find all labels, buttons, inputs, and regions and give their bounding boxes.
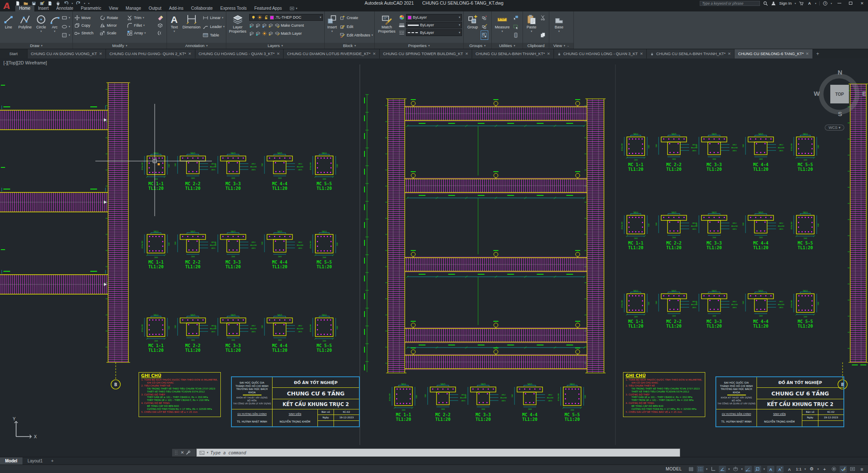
line-button[interactable]: Line [1, 13, 16, 30]
hatch-tool-button[interactable]: ▾ [61, 31, 70, 39]
close-tab-icon[interactable]: ✕ [373, 52, 376, 56]
new-drawing-tab-button[interactable]: + [813, 49, 823, 58]
layer-merge-icon[interactable] [256, 31, 261, 36]
status-dropdown-caret[interactable]: ▾ [817, 467, 819, 471]
help-icon[interactable]: ? [823, 1, 828, 6]
file-tab-chung-cu-senla-binh-thanh-kt[interactable]: CHUNG CU SENLA-BINH THANH_KT*✕ [472, 49, 554, 58]
layer-thaw-all-icon[interactable] [262, 31, 267, 36]
group-edit-button[interactable] [481, 23, 487, 31]
layout1-tab[interactable]: Layout1 [22, 457, 48, 465]
circle-button[interactable]: Circle▾ [34, 13, 48, 33]
sign-in-caret[interactable]: ▾ [795, 2, 796, 5]
layer-freeze-icon[interactable] [262, 23, 267, 28]
copy-button[interactable]: Copy [74, 22, 99, 29]
undo-caret[interactable]: ▾ [72, 2, 73, 5]
panel-title-annotation[interactable]: Annotation▾ [167, 43, 226, 49]
file-tab-start[interactable]: Start [0, 49, 28, 58]
ribbon-tab-image-menu[interactable]: ▾ [286, 6, 301, 11]
polyline-button[interactable]: Polyline [17, 13, 33, 30]
quick-calculator-button[interactable] [513, 31, 519, 39]
arc-button[interactable]: Arc▾ [49, 13, 60, 33]
mirror-button[interactable]: Mirror [100, 22, 126, 29]
search-icon[interactable] [763, 1, 768, 6]
model-tab[interactable]: Model [0, 457, 22, 465]
viewcube-top-face[interactable]: TOP [830, 85, 849, 103]
qat-customize-caret[interactable]: ▾ [88, 2, 89, 5]
status-isometric-drafting-toggle[interactable] [732, 466, 739, 473]
status-customization-plus[interactable]: + [821, 466, 828, 473]
edit-attributes-button[interactable]: Edit Attributes▾ [339, 31, 373, 39]
ribbon-tab-featured-apps[interactable]: Featured Apps [250, 6, 286, 11]
panel-title-groups[interactable]: Groups▾ [464, 43, 491, 49]
redo-caret[interactable]: ▾ [84, 2, 85, 5]
viewcube-east[interactable]: E [862, 90, 866, 97]
file-tab-chung-cu-spring-tower-building-kt[interactable]: CHUNG CU SPRING TOWER BUILDING_KT✕ [380, 49, 472, 58]
drawing-area[interactable]: [-][Top][2D Wireframe] 5Ø22Ø10a100650300… [0, 58, 868, 457]
base-button[interactable]: Base▾ [551, 13, 568, 33]
select-window-button[interactable] [513, 23, 519, 31]
plot-button[interactable] [56, 1, 61, 6]
viewcube[interactable]: N W E S TOP WCS ▾ [812, 63, 868, 136]
insert-button[interactable]: Insert▾ [326, 13, 338, 33]
edit-block-button[interactable]: Edit [339, 23, 373, 31]
file-tab-chung-cu-diamon-lotus-riverside-kt[interactable]: CHUNG CU DIAMON LOTUS RIVERSIDE_KT*✕ [284, 49, 379, 58]
ribbon-tab-add-ins[interactable]: Add-ins [165, 6, 187, 11]
cut-button[interactable] [540, 14, 546, 22]
create-block-button[interactable]: Create [339, 14, 373, 22]
redo-button[interactable] [76, 1, 81, 6]
layer-off-icon[interactable] [249, 31, 254, 36]
close-tab-icon[interactable]: ✕ [806, 52, 809, 56]
close-tab-icon[interactable]: ✕ [547, 52, 551, 56]
erase-button[interactable] [157, 14, 164, 22]
layer-isolate-icon[interactable] [249, 23, 254, 28]
close-tab-icon[interactable]: ✕ [640, 52, 643, 56]
paste-button[interactable]: Paste▾ [524, 13, 539, 33]
close-tab-icon[interactable]: ✕ [465, 52, 468, 56]
status-dropdown-caret[interactable]: ▾ [804, 467, 806, 471]
viewcube-wcs-menu[interactable]: WCS ▾ [825, 125, 844, 131]
status-clean-screen[interactable] [849, 466, 856, 473]
panel-title-properties[interactable]: Properties▾ [375, 43, 463, 49]
make-current-button[interactable]: Make Current [281, 23, 304, 28]
rectangle-tool-button[interactable]: ▾ [61, 14, 70, 22]
status-dropdown-caret[interactable]: ▾ [706, 467, 708, 471]
status-model-space[interactable]: MODEL [662, 466, 685, 473]
quick-select-button[interactable] [513, 14, 519, 22]
match-layer-button[interactable]: Match Layer [281, 31, 302, 36]
measure-button[interactable]: Measure▾ [493, 13, 512, 33]
ribbon-tab-home[interactable]: Home [15, 6, 34, 11]
ribbon-tab-insert[interactable]: Insert [34, 6, 53, 11]
recent-commands-icon[interactable] [199, 450, 205, 456]
ribbon-tab-parametric[interactable]: Parametric [77, 6, 105, 11]
command-line-grip[interactable]: ✕ [172, 448, 196, 457]
ungroup-button[interactable] [481, 14, 487, 22]
status-annotation-visibility-toggle[interactable]: A [767, 466, 774, 473]
close-tab-icon[interactable]: ✕ [728, 52, 731, 56]
layer-unisolate-icon[interactable] [256, 23, 261, 28]
panel-title-clipboard[interactable]: Clipboard [523, 43, 549, 49]
status-polar-tracking-toggle[interactable] [719, 466, 726, 473]
status-snap-toggle[interactable] [697, 466, 704, 473]
scale-button[interactable]: Scale [100, 29, 126, 37]
close-tab-icon[interactable]: ✕ [99, 52, 103, 56]
linetype-select[interactable]: ByLayer▾ [406, 29, 462, 36]
lineweight-select[interactable]: ByLayer▾ [406, 22, 462, 28]
status-dropdown-caret[interactable]: ▾ [728, 467, 730, 471]
status-dropdown-caret[interactable]: ▾ [763, 467, 765, 471]
panel-title-block[interactable]: Block▾ [325, 43, 374, 49]
panel-title-view[interactable]: View▾⌄ [549, 43, 573, 49]
status-isolate-objects[interactable] [830, 466, 837, 473]
new-file-button[interactable] [15, 1, 20, 6]
stretch-button[interactable]: Stretch [74, 29, 99, 37]
status-customization-menu[interactable]: ≡ [858, 466, 865, 473]
layer-lock-icon[interactable] [268, 23, 273, 28]
minimize-button[interactable] [835, 0, 843, 6]
file-tab-chung-cu-senlong-6-tang-kt[interactable]: CHUNG CU SENLONG-6 TANG_KT*✕ [734, 49, 812, 58]
ribbon-tab-output[interactable]: Output [145, 6, 165, 11]
panel-title-utilities[interactable]: Utilities▾ [492, 43, 523, 49]
linear-dimension-button[interactable]: Linear▾ [203, 14, 225, 22]
status-annotation-monitor-toggle[interactable]: A [786, 466, 793, 473]
panel-title-layers[interactable]: Layers▾ [226, 43, 324, 49]
status-workspace-switching[interactable]: ⚙ [808, 466, 815, 473]
object-color-select[interactable]: ByLayer▾ [406, 14, 462, 21]
